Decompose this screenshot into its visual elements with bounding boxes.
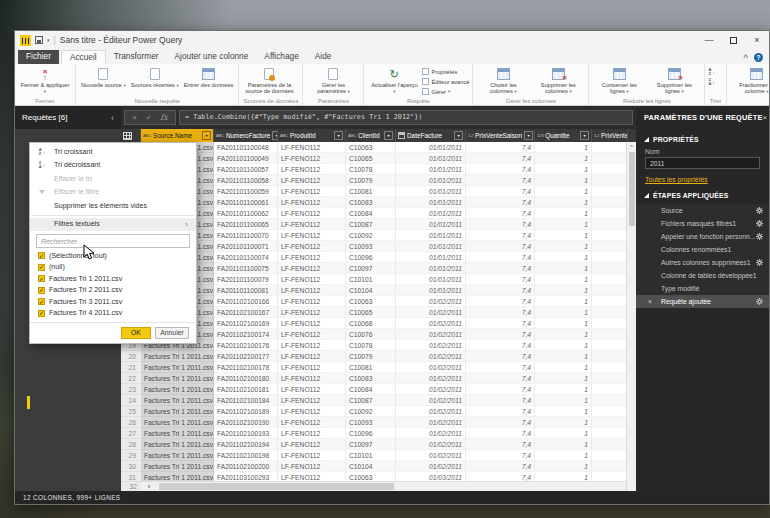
cell[interactable]: FA201102100181: [214, 384, 278, 395]
cell[interactable]: FA201102100193: [214, 428, 278, 439]
formula-input[interactable]: = Table.Combine({#"Type modifié", #"Fact…: [179, 110, 633, 125]
fractionner-la-colonne-button[interactable]: Fractionner la colonne ▾: [730, 66, 769, 98]
cell[interactable]: LF-FENO112: [278, 263, 346, 274]
cell[interactable]: 01/02/2011: [396, 307, 466, 318]
cell[interactable]: 01/02/2011: [396, 373, 466, 384]
filter-value-factures-tri-2-2011-csv[interactable]: ✓Factures Tri 2 2011.csv: [38, 286, 188, 295]
column-header-prixvente[interactable]: 1.2PrixVente▾: [592, 129, 628, 142]
cell[interactable]: 01/02/2011: [396, 296, 466, 307]
cell[interactable]: LF-FENO112: [278, 461, 346, 472]
cell[interactable]: [592, 142, 628, 153]
cell[interactable]: FA201103100293: [214, 472, 278, 481]
cell[interactable]: FA201102100176: [214, 340, 278, 351]
checkbox-checked-icon[interactable]: ✓: [38, 298, 45, 305]
table-corner-cell[interactable]: [121, 129, 141, 142]
cell[interactable]: 01/01/2011: [396, 208, 466, 219]
cell[interactable]: [592, 186, 628, 197]
cell[interactable]: C10096: [346, 252, 396, 263]
actualiser-l-apercu-button[interactable]: ↻Actualiser l'aperçu ▾: [367, 66, 421, 98]
cell[interactable]: C10079: [346, 175, 396, 186]
cell[interactable]: [592, 373, 628, 384]
cell[interactable]: 01/02/2011: [396, 406, 466, 417]
row-number[interactable]: 26: [121, 417, 141, 428]
cell[interactable]: [592, 439, 628, 450]
cell[interactable]: C10097: [346, 439, 396, 450]
cell[interactable]: [592, 329, 628, 340]
cell[interactable]: [592, 472, 628, 481]
column-header-datefacture[interactable]: DateFacture▾: [396, 129, 466, 142]
cell[interactable]: LF-FENO112: [278, 406, 346, 417]
cell[interactable]: Factures Tri 1 2011.csv: [141, 450, 214, 461]
cell[interactable]: 1: [535, 252, 592, 263]
properties-section-header[interactable]: PROPRIÉTÉS: [636, 129, 769, 146]
cell[interactable]: 7,4: [466, 164, 535, 175]
cell[interactable]: 01/01/2011: [396, 219, 466, 230]
cell[interactable]: LF-FENO112: [278, 241, 346, 252]
cell[interactable]: FA201101100081: [214, 285, 278, 296]
row-number[interactable]: 28: [121, 439, 141, 450]
scroll-up-icon[interactable]: ^: [627, 142, 636, 152]
cell[interactable]: FA201101100049: [214, 153, 278, 164]
cell[interactable]: [592, 285, 628, 296]
cell[interactable]: 7,4: [466, 219, 535, 230]
cell[interactable]: 1: [535, 153, 592, 164]
cell[interactable]: 7,4: [466, 318, 535, 329]
cell[interactable]: 1: [535, 472, 592, 481]
gear-icon[interactable]: [756, 220, 763, 227]
cell[interactable]: 1: [535, 428, 592, 439]
cell[interactable]: 01/01/2011: [396, 186, 466, 197]
cell[interactable]: LF-FENO112: [278, 373, 346, 384]
cell[interactable]: FA201101100059: [214, 186, 278, 197]
filter-search-input[interactable]: Rechercher: [36, 234, 190, 248]
cell[interactable]: LF-FENO112: [278, 175, 346, 186]
cell[interactable]: FA201102100200: [214, 461, 278, 472]
cell[interactable]: Factures Tri 1 2011.csv: [141, 395, 214, 406]
cell[interactable]: C10092: [346, 406, 396, 417]
cell[interactable]: 1: [535, 450, 592, 461]
cell[interactable]: 01/01/2011: [396, 230, 466, 241]
cell[interactable]: [592, 307, 628, 318]
cell[interactable]: LF-FENO112: [278, 186, 346, 197]
cell[interactable]: C10084: [346, 384, 396, 395]
cell[interactable]: 1: [535, 318, 592, 329]
row-number[interactable]: 30: [121, 461, 141, 472]
cell[interactable]: 7,4: [466, 230, 535, 241]
cell[interactable]: LF-FENO112: [278, 164, 346, 175]
cell[interactable]: C10081: [346, 362, 396, 373]
cell[interactable]: LF-FENO112: [278, 307, 346, 318]
checkbox-checked-icon[interactable]: ✓: [38, 275, 45, 282]
cell[interactable]: LF-FENO112: [278, 318, 346, 329]
cell[interactable]: [592, 417, 628, 428]
applied-step-requete-ajoutee[interactable]: ×Requête ajoutée: [636, 295, 769, 308]
cell[interactable]: 7,4: [466, 417, 535, 428]
cell[interactable]: C10065: [346, 307, 396, 318]
cell[interactable]: [592, 340, 628, 351]
cell[interactable]: 7,4: [466, 406, 535, 417]
gear-icon[interactable]: [756, 259, 763, 266]
cell[interactable]: FA201102100180: [214, 373, 278, 384]
cell[interactable]: C10079: [346, 351, 396, 362]
cell[interactable]: 01/02/2011: [396, 428, 466, 439]
gerer-button[interactable]: Gérer▾: [422, 87, 469, 96]
cell[interactable]: 7,4: [466, 450, 535, 461]
cell[interactable]: C10087: [346, 395, 396, 406]
column-header-prixventesaison[interactable]: 1.2PrixVenteSaison▾: [466, 129, 535, 142]
cell[interactable]: LF-FENO112: [278, 362, 346, 373]
cell[interactable]: FA201101100075: [214, 263, 278, 274]
cell[interactable]: FA201101100074: [214, 252, 278, 263]
cell[interactable]: 1: [535, 406, 592, 417]
ribbon-collapse-icon[interactable]: ^: [743, 53, 748, 62]
cell[interactable]: 1: [535, 219, 592, 230]
cell[interactable]: FA201102100178: [214, 362, 278, 373]
fermer-appliquer-button[interactable]: ×↑Fermer & appliquer ▾: [18, 66, 72, 98]
entrer-des-donnees-button[interactable]: Entrer des données: [182, 66, 236, 98]
cell[interactable]: Factures Tri 1 2011.csv: [141, 406, 214, 417]
filter-value-selectionner-tout[interactable]: ✓(Sélectionner tout): [38, 251, 188, 260]
cell[interactable]: LF-FENO112: [278, 340, 346, 351]
cell[interactable]: FA201102100177: [214, 351, 278, 362]
cell[interactable]: 01/02/2011: [396, 439, 466, 450]
filter-dropdown-icon[interactable]: ▾: [580, 131, 589, 140]
cell[interactable]: [592, 274, 628, 285]
cell[interactable]: [592, 197, 628, 208]
cell[interactable]: [592, 428, 628, 439]
